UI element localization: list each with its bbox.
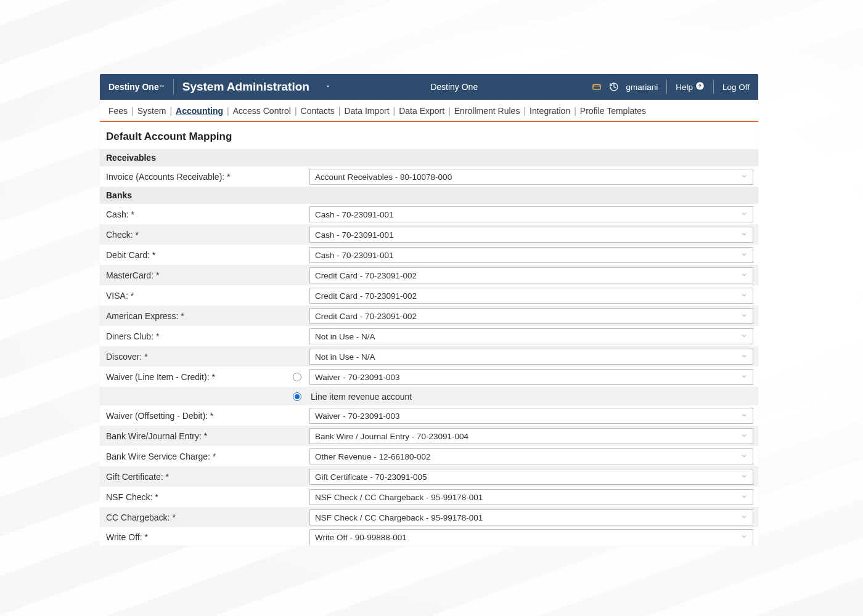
- chevron-down-icon: [740, 472, 749, 481]
- page-title: Default Account Mapping: [100, 122, 758, 149]
- select-gift-cert[interactable]: Gift Certificate - 70-23091-005: [309, 469, 753, 485]
- subnav-sep: |: [390, 106, 399, 116]
- chevron-down-icon: [740, 432, 749, 440]
- row-bank-wire: Bank Wire/Journal Entry: * Bank Wire / J…: [100, 426, 758, 446]
- subnav-sep: |: [335, 106, 345, 116]
- row-debit: Debit Card: * Cash - 70-23091-001: [100, 245, 758, 265]
- subnav-sep: |: [520, 106, 530, 116]
- label-check: Check: *: [100, 227, 285, 242]
- select-cc-chargeback[interactable]: NSF Check / CC Chargeback - 95-99178-001: [309, 509, 753, 525]
- row-invoice-ar: Invoice (Accounts Receivable): * Account…: [100, 166, 758, 187]
- module-title: System Administration: [174, 80, 318, 94]
- row-check: Check: * Cash - 70-23091-001: [100, 224, 758, 245]
- row-waiver-debit: Waiver (Offsetting - Debit): * Waiver - …: [100, 405, 758, 426]
- select-amex[interactable]: Credit Card - 70-23091-002: [309, 308, 753, 324]
- select-waiver-credit[interactable]: Waiver - 70-23091-003: [309, 369, 753, 385]
- subnav-sep: |: [166, 106, 176, 116]
- section-receivables: Receivables: [100, 149, 758, 166]
- chevron-down-icon: [740, 210, 749, 219]
- select-diners[interactable]: Not in Use - N/A: [309, 328, 753, 344]
- select-waiver-debit[interactable]: Waiver - 70-23091-003: [309, 408, 753, 424]
- select-value: Cash - 70-23091-001: [315, 251, 394, 260]
- subnav-sep: |: [223, 106, 233, 116]
- topbar-right: gmariani Help ? Log Off: [591, 80, 758, 94]
- center-title: Destiny One: [335, 82, 591, 92]
- subnav-sep: |: [444, 106, 454, 116]
- select-value: NSF Check / CC Chargeback - 95-99178-001: [315, 513, 483, 522]
- label-waiver-credit: Waiver (Line Item - Credit): *: [100, 370, 285, 384]
- select-value: Not in Use - N/A: [315, 352, 375, 362]
- help-icon: ?: [695, 81, 705, 92]
- subnav-item-system[interactable]: System: [137, 106, 166, 116]
- module-dropdown-button[interactable]: [321, 79, 335, 94]
- label-invoice-ar: Invoice (Accounts Receivable): *: [100, 169, 285, 184]
- select-value: Waiver - 70-23091-003: [315, 411, 400, 421]
- subnav-item-profile-templates[interactable]: Profile Templates: [580, 106, 646, 116]
- topbar-divider: [713, 80, 714, 94]
- subnav-sep: |: [570, 106, 580, 116]
- label-debit: Debit Card: *: [100, 248, 285, 262]
- select-value: Credit Card - 70-23091-002: [315, 271, 417, 280]
- select-invoice-ar[interactable]: Account Receivables - 80-10078-000: [309, 169, 753, 185]
- subnav-item-access-control[interactable]: Access Control: [233, 106, 291, 116]
- subnav-item-data-export[interactable]: Data Export: [399, 106, 444, 116]
- chevron-down-icon: [740, 332, 749, 341]
- select-value: NSF Check / CC Chargeback - 95-99178-001: [315, 493, 483, 502]
- select-value: Other Revenue - 12-66180-002: [315, 452, 431, 461]
- select-discover[interactable]: Not in Use - N/A: [309, 349, 753, 365]
- chevron-down-icon: [740, 251, 749, 259]
- chevron-down-icon: [740, 312, 749, 320]
- waiver-alt-text: Line item revenue account: [309, 392, 412, 402]
- subnav-sep: |: [291, 106, 301, 116]
- help-label: Help: [676, 83, 693, 92]
- subnav-item-accounting[interactable]: Accounting: [176, 106, 223, 116]
- label-nsf-check: NSF Check: *: [100, 490, 285, 505]
- card-icon[interactable]: [591, 81, 602, 92]
- select-write-off[interactable]: Write Off - 90-99888-001: [309, 529, 753, 545]
- brand-tm: ™: [160, 84, 165, 90]
- chevron-down-icon: [740, 271, 749, 280]
- select-value: Credit Card - 70-23091-002: [315, 312, 417, 321]
- subnav-item-data-import[interactable]: Data Import: [344, 106, 389, 116]
- select-mastercard[interactable]: Credit Card - 70-23091-002: [309, 267, 753, 283]
- row-gift-cert: Gift Certificate: * Gift Certificate - 7…: [100, 466, 758, 487]
- svg-rect-0: [593, 84, 600, 89]
- history-icon[interactable]: [608, 81, 620, 92]
- row-cash: Cash: * Cash - 70-23091-001: [100, 204, 758, 224]
- row-write-off: Write Off: * Write Off - 90-99888-001: [100, 527, 758, 546]
- row-amex: American Express: * Credit Card - 70-230…: [100, 306, 758, 326]
- select-bank-wire[interactable]: Bank Wire / Journal Entry - 70-23091-004: [309, 428, 753, 444]
- app-frame: Destiny One™ System Administration Desti…: [100, 74, 758, 546]
- brand-label: Destiny One: [108, 82, 159, 92]
- select-check[interactable]: Cash - 70-23091-001: [309, 227, 753, 243]
- select-nsf-check[interactable]: NSF Check / CC Chargeback - 95-99178-001: [309, 489, 753, 505]
- row-mastercard: MasterCard: * Credit Card - 70-23091-002: [100, 265, 758, 285]
- chevron-down-icon: [740, 373, 749, 381]
- select-debit[interactable]: Cash - 70-23091-001: [309, 247, 753, 263]
- select-value: Credit Card - 70-23091-002: [315, 291, 417, 301]
- brand: Destiny One™: [100, 79, 174, 95]
- help-link[interactable]: Help ?: [676, 81, 705, 92]
- subnav-item-integration[interactable]: Integration: [530, 106, 570, 116]
- select-visa[interactable]: Credit Card - 70-23091-002: [309, 288, 753, 304]
- chevron-down-icon: [740, 411, 749, 420]
- username[interactable]: gmariani: [626, 83, 658, 92]
- select-value: Cash - 70-23091-001: [315, 230, 394, 240]
- subnav-item-enrollment-rules[interactable]: Enrollment Rules: [454, 106, 520, 116]
- chevron-down-icon: [740, 452, 749, 461]
- logoff-link[interactable]: Log Off: [722, 83, 750, 92]
- row-nsf-check: NSF Check: * NSF Check / CC Chargeback -…: [100, 487, 758, 507]
- radio-waiver-lineitem[interactable]: [293, 392, 301, 401]
- label-waiver-credit-alt: [100, 394, 285, 399]
- label-cc-chargeback: CC Chargeback: *: [100, 510, 285, 525]
- label-write-off: Write Off: *: [100, 530, 285, 545]
- topbar-divider: [666, 80, 667, 94]
- label-gift-cert: Gift Certificate: *: [100, 469, 285, 484]
- chevron-down-icon: [324, 82, 332, 92]
- subnav-item-fees[interactable]: Fees: [108, 106, 128, 116]
- select-cash[interactable]: Cash - 70-23091-001: [309, 206, 753, 222]
- radio-waiver-account[interactable]: [293, 373, 301, 381]
- select-bank-wire-svc[interactable]: Other Revenue - 12-66180-002: [309, 448, 753, 464]
- label-bank-wire-svc: Bank Wire Service Charge: *: [100, 449, 285, 464]
- subnav-item-contacts[interactable]: Contacts: [301, 106, 335, 116]
